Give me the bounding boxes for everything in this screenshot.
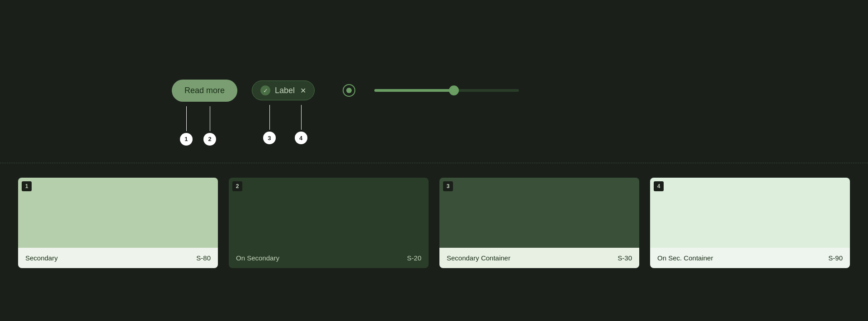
- read-more-button[interactable]: Read more: [172, 80, 237, 102]
- chip-check-icon: ✓: [260, 85, 270, 95]
- swatch-number-4: 4: [654, 181, 664, 191]
- swatch-top-3: [439, 178, 639, 248]
- annotation-circle-1: 1: [180, 133, 193, 146]
- swatch-top-2: [229, 178, 429, 248]
- slider-thumb[interactable]: [449, 85, 459, 95]
- annotation-line-3: [269, 105, 270, 130]
- swatch-top-1: [18, 178, 218, 248]
- swatches-section: 1 Secondary S-80 2 On Secondary S-20 3 S…: [0, 163, 868, 321]
- swatch-top-4: [650, 178, 850, 248]
- elements-row: Read more 1 2 ✓ Label ✕ 3 4: [172, 61, 519, 102]
- swatch-card-3: 3 Secondary Container S-30: [439, 178, 639, 268]
- swatch-number-1: 1: [22, 181, 32, 191]
- annotation-line-2: [210, 106, 210, 131]
- swatch-code-2: S-20: [407, 254, 421, 262]
- read-more-wrapper: Read more 1 2: [172, 80, 237, 102]
- swatch-number-2: 2: [232, 181, 242, 191]
- slider-container: [374, 89, 519, 92]
- slider-fill: [374, 89, 454, 92]
- filter-chip-wrapper: ✓ Label ✕ 3 4: [252, 80, 315, 100]
- swatch-bottom-1: Secondary S-80: [18, 248, 218, 268]
- swatch-name-4: On Sec. Container: [657, 254, 713, 262]
- swatch-card-4: 4 On Sec. Container S-90: [650, 178, 850, 268]
- swatch-name-3: Secondary Container: [447, 254, 510, 262]
- annotation-circle-4: 4: [295, 132, 307, 144]
- swatch-card-1: 1 Secondary S-80: [18, 178, 218, 268]
- top-section: Read more 1 2 ✓ Label ✕ 3 4: [0, 0, 868, 163]
- annotation-circle-3: 3: [263, 132, 276, 144]
- annotation-line-4: [301, 105, 302, 130]
- filter-chip[interactable]: ✓ Label ✕: [252, 80, 315, 100]
- swatch-number-3: 3: [443, 181, 453, 191]
- annotation-line-1: [186, 106, 187, 131]
- radio-button[interactable]: [343, 84, 355, 97]
- swatch-code-1: S-80: [196, 254, 211, 262]
- swatch-name-2: On Secondary: [236, 254, 279, 262]
- radio-inner-dot: [346, 88, 352, 93]
- swatch-bottom-2: On Secondary S-20: [229, 248, 429, 268]
- swatch-code-4: S-90: [828, 254, 843, 262]
- swatch-code-3: S-30: [618, 254, 632, 262]
- swatch-bottom-4: On Sec. Container S-90: [650, 248, 850, 268]
- chip-close-icon[interactable]: ✕: [300, 86, 306, 95]
- annotation-circle-2: 2: [203, 133, 216, 146]
- swatch-card-2: 2 On Secondary S-20: [229, 178, 429, 268]
- slider-track[interactable]: [374, 89, 519, 92]
- swatch-name-1: Secondary: [25, 254, 58, 262]
- swatch-bottom-3: Secondary Container S-30: [439, 248, 639, 268]
- chip-label: Label: [275, 86, 295, 95]
